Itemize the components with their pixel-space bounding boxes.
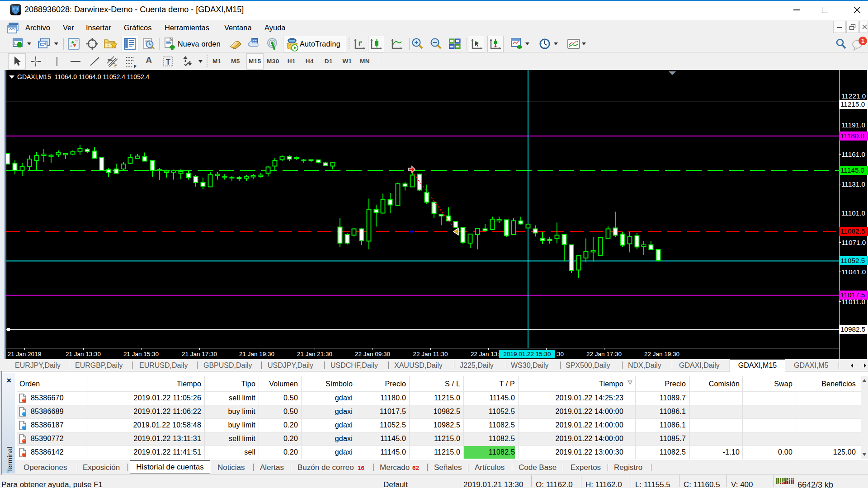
svg-text:GDAXI,M15 11064.0 11064.0 110: GDAXI,M15 11064.0 11064.0 11052.4 11052.… xyxy=(17,73,150,80)
svg-text:E: E xyxy=(114,64,117,68)
svg-text:F: F xyxy=(134,64,137,68)
svg-text:T: T xyxy=(166,58,170,66)
